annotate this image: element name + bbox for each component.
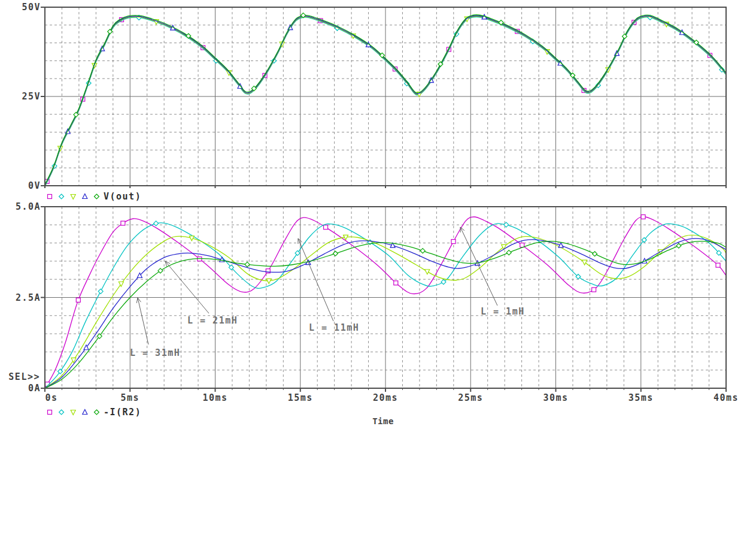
x-tick-label-10ms: 10ms — [202, 393, 227, 403]
x-tick-label-15ms: 15ms — [288, 393, 313, 403]
y-tick-label-voltage-0V: 0V — [0, 181, 41, 191]
x-tick-label-35ms: 35ms — [629, 393, 654, 403]
voltage-plot-area[interactable] — [45, 7, 726, 186]
x-tick-label-25ms: 25ms — [458, 393, 483, 403]
annotation-L-21mH: L = 21mH — [187, 316, 238, 325]
annotation-L-11mH: L = 11mH — [309, 323, 359, 333]
x-tick-label-30ms: 30ms — [543, 393, 568, 403]
y-tick-label-current-5.0A: 5.0A — [0, 202, 41, 211]
annotation-L-1mH: L = 1mH — [481, 307, 525, 316]
pspice-probe-window: SEL>> V(out) -I(R2) Time 0V25V50V0A2.5A5… — [0, 0, 756, 535]
x-tick-label-0s: 0s — [45, 393, 57, 403]
annotation-L-31mH: L = 31mH — [130, 348, 180, 358]
x-tick-label-20ms: 20ms — [373, 393, 398, 403]
current-plot-area[interactable] — [45, 207, 726, 388]
x-tick-label-5ms: 5ms — [120, 393, 139, 403]
sel-indicator: SEL>> — [0, 372, 40, 382]
y-tick-label-current-0A: 0A — [0, 383, 41, 393]
y-tick-label-voltage-50V: 50V — [0, 2, 41, 12]
legend-trace-name-vout[interactable]: V(out) — [104, 192, 141, 201]
x-axis-title: Time — [372, 416, 394, 426]
legend-trace-name-ir2[interactable]: -I(R2) — [104, 407, 141, 417]
y-tick-label-current-2.5A: 2.5A — [0, 293, 41, 303]
y-tick-label-voltage-25V: 25V — [0, 92, 41, 101]
x-tick-label-40ms: 40ms — [714, 393, 739, 403]
